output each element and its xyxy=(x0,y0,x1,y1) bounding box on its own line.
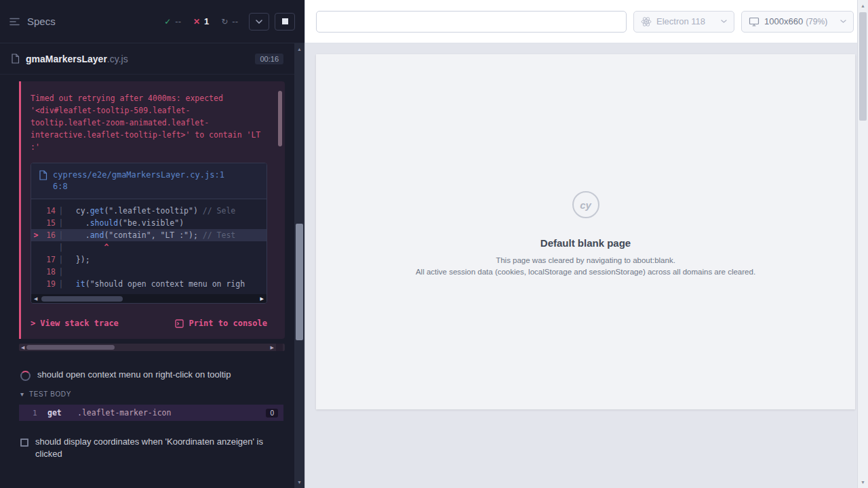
code-line: >16| .and("contain", "LT :"); // Test xyxy=(31,229,267,241)
collapse-all-button[interactable] xyxy=(249,13,269,30)
cypress-logo: cy xyxy=(572,191,599,218)
aut-stage: cy Default blank page This page was clea… xyxy=(305,43,857,488)
file-link-text: cypress/e2e/gmaMarkersLayer.cy.js:16:8 xyxy=(53,169,226,192)
console-icon xyxy=(175,319,184,328)
passed-count: -- xyxy=(175,16,181,26)
stat-pending: ↻ -- xyxy=(221,16,238,26)
chevron-down-icon: ▾ xyxy=(20,390,24,398)
viewport-select[interactable]: 1000x660(79%) xyxy=(741,11,854,33)
aut-iframe: cy Default blank page This page was clea… xyxy=(316,54,855,409)
view-stack-trace-link[interactable]: > View stack trace xyxy=(31,319,119,328)
print-to-console-label: Print to console xyxy=(189,319,267,328)
test-title: should display coordinates when 'Koordin… xyxy=(35,436,266,460)
page-scroll-thumb[interactable] xyxy=(859,12,867,121)
reporter-scroll-thumb[interactable] xyxy=(296,224,303,340)
view-stack-trace-label: View stack trace xyxy=(40,319,119,328)
blank-page-message-2: All active session data (cookies, localS… xyxy=(416,266,755,277)
stat-failed: ✕ 1 xyxy=(193,16,209,26)
chevron-down-icon xyxy=(721,20,727,23)
browser-select[interactable]: Electron 118 xyxy=(633,11,734,33)
reporter-header: Specs ✓ -- ✕ 1 ↻ -- xyxy=(0,0,304,43)
print-to-console-button[interactable]: Print to console xyxy=(175,319,267,328)
scroll-up-icon[interactable]: ▲ xyxy=(858,3,868,8)
spec-row[interactable]: gmaMarkersLayer.cy.js 00:16 xyxy=(0,43,294,75)
test-list: should open context menu on right-click … xyxy=(0,365,294,464)
runner-pane: Electron 118 1000x660(79%) cy xyxy=(304,0,857,488)
command-name: get xyxy=(47,408,77,418)
spec-name: gmaMarkersLayer.cy.js xyxy=(26,53,128,65)
scroll-right-icon[interactable]: ▶ xyxy=(271,345,274,350)
scroll-left-icon[interactable]: ◀ xyxy=(21,345,24,350)
code-line: 18| xyxy=(31,266,267,278)
code-line: | ^ xyxy=(31,241,267,253)
specs-menu-icon[interactable] xyxy=(9,17,20,26)
attempt-hscroll-thumb[interactable] xyxy=(26,345,115,350)
code-line: 19| it("should open context menu on righ xyxy=(31,278,267,290)
header-buttons xyxy=(249,13,295,30)
x-icon: ✕ xyxy=(193,17,200,26)
queued-icon xyxy=(20,439,28,447)
restart-icon: ↻ xyxy=(221,17,228,26)
page-vertical-scrollbar[interactable]: ▲ ▼ xyxy=(857,0,868,488)
electron-icon xyxy=(641,16,652,27)
code-line: 15| .should("be.visible") xyxy=(31,217,267,229)
test-row-active[interactable]: should open context menu on right-click … xyxy=(0,365,294,385)
attempt-horizontal-scrollbar[interactable]: ◀ ▶ xyxy=(19,344,285,351)
running-spinner-icon xyxy=(20,371,31,381)
scroll-right-icon[interactable]: ▶ xyxy=(260,296,264,301)
test-title: should open context menu on right-click … xyxy=(37,369,231,381)
url-input[interactable] xyxy=(316,11,627,33)
scrollbar-corner xyxy=(276,344,283,351)
pending-count: -- xyxy=(232,16,238,26)
file-icon xyxy=(11,54,20,64)
stop-button[interactable] xyxy=(275,13,295,30)
blank-page-content: cy Default blank page This page was clea… xyxy=(316,54,855,277)
spec-duration-badge: 00:16 xyxy=(255,54,283,64)
blank-page-message-1: This page was cleared by navigating to a… xyxy=(496,255,675,266)
check-icon: ✓ xyxy=(164,17,171,26)
code-line: 17| }); xyxy=(31,253,267,266)
chevron-right-icon: > xyxy=(31,319,35,328)
reporter-sidebar: Specs ✓ -- ✕ 1 ↻ -- xyxy=(0,0,304,488)
scroll-up-icon[interactable]: ▲ xyxy=(294,47,304,52)
file-icon xyxy=(39,170,47,180)
command-message: .leaflet-marker-icon xyxy=(77,408,266,418)
test-row-queued[interactable]: should display coordinates when 'Koordin… xyxy=(0,432,294,464)
failed-count: 1 xyxy=(204,16,209,26)
scroll-left-icon[interactable]: ◀ xyxy=(34,296,37,301)
command-badge: 0 xyxy=(266,409,278,418)
browser-label: Electron 118 xyxy=(656,16,716,26)
error-panel: Timed out retrying after 4000ms: expecte… xyxy=(19,81,285,339)
error-message: Timed out retrying after 4000ms: expecte… xyxy=(31,92,261,153)
specs-title: Specs xyxy=(27,16,56,27)
viewport-label: 1000x660(79%) xyxy=(764,16,835,26)
error-vscroll-thumb[interactable] xyxy=(278,91,282,146)
test-body-section[interactable]: ▾ TEST BODY xyxy=(0,385,294,402)
blank-page-title: Default blank page xyxy=(540,237,631,249)
error-footer: > View stack trace Print to console xyxy=(31,319,267,328)
cypress-app: Specs ✓ -- ✕ 1 ↻ -- xyxy=(0,0,868,488)
code-frame-file-link[interactable]: cypress/e2e/gmaMarkersLayer.cy.js:16:8 xyxy=(31,163,267,199)
failed-attempt: Timed out retrying after 4000ms: expecte… xyxy=(19,81,285,351)
code-line: 14| cy.get(".leaflet-tooltip") // Sele xyxy=(31,205,267,217)
viewport-icon xyxy=(749,17,760,26)
reporter-vertical-scrollbar[interactable]: ▲ ▼ xyxy=(294,43,304,488)
code-lines: 14| cy.get(".leaflet-tooltip") // Sele15… xyxy=(31,199,267,294)
command-log-row[interactable]: 1 get .leaflet-marker-icon 0 xyxy=(19,405,283,421)
stop-icon xyxy=(282,18,288,24)
code-frame: cypress/e2e/gmaMarkersLayer.cy.js:16:8 1… xyxy=(31,163,267,304)
scroll-down-icon[interactable]: ▼ xyxy=(294,480,304,485)
chevron-down-icon xyxy=(840,20,846,23)
test-stats: ✓ -- ✕ 1 ↻ -- xyxy=(164,16,238,26)
stat-passed: ✓ -- xyxy=(164,16,181,26)
command-number: 1 xyxy=(33,409,47,418)
runner-header: Electron 118 1000x660(79%) xyxy=(305,0,857,43)
scroll-down-icon[interactable]: ▼ xyxy=(858,480,868,485)
reporter-body: gmaMarkersLayer.cy.js 00:16 Timed out re… xyxy=(0,43,294,488)
test-body-label: TEST BODY xyxy=(29,390,71,398)
code-horizontal-scrollbar[interactable]: ◀ ▶ xyxy=(31,294,267,303)
code-hscroll-thumb[interactable] xyxy=(41,296,123,302)
